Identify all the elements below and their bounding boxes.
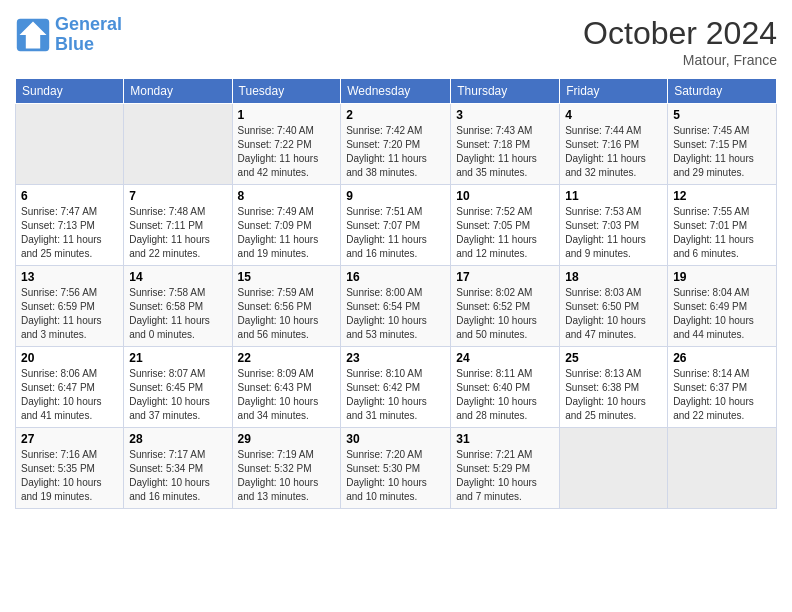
title-block: October 2024 Matour, France bbox=[583, 15, 777, 68]
logo-icon bbox=[15, 17, 51, 53]
header-day: Sunday bbox=[16, 79, 124, 104]
day-info: Sunrise: 7:42 AMSunset: 7:20 PMDaylight:… bbox=[346, 124, 445, 180]
header-day: Friday bbox=[560, 79, 668, 104]
day-number: 14 bbox=[129, 270, 226, 284]
calendar-cell: 10Sunrise: 7:52 AMSunset: 7:05 PMDayligh… bbox=[451, 185, 560, 266]
day-number: 11 bbox=[565, 189, 662, 203]
day-info: Sunrise: 7:58 AMSunset: 6:58 PMDaylight:… bbox=[129, 286, 226, 342]
day-number: 24 bbox=[456, 351, 554, 365]
day-number: 4 bbox=[565, 108, 662, 122]
calendar-week-row: 1Sunrise: 7:40 AMSunset: 7:22 PMDaylight… bbox=[16, 104, 777, 185]
day-info: Sunrise: 7:45 AMSunset: 7:15 PMDaylight:… bbox=[673, 124, 771, 180]
calendar-cell: 29Sunrise: 7:19 AMSunset: 5:32 PMDayligh… bbox=[232, 428, 341, 509]
calendar-cell: 12Sunrise: 7:55 AMSunset: 7:01 PMDayligh… bbox=[668, 185, 777, 266]
logo: General Blue bbox=[15, 15, 122, 55]
day-info: Sunrise: 7:59 AMSunset: 6:56 PMDaylight:… bbox=[238, 286, 336, 342]
day-number: 29 bbox=[238, 432, 336, 446]
calendar-cell: 14Sunrise: 7:58 AMSunset: 6:58 PMDayligh… bbox=[124, 266, 232, 347]
day-number: 27 bbox=[21, 432, 118, 446]
calendar-cell bbox=[16, 104, 124, 185]
calendar-body: 1Sunrise: 7:40 AMSunset: 7:22 PMDaylight… bbox=[16, 104, 777, 509]
day-info: Sunrise: 8:14 AMSunset: 6:37 PMDaylight:… bbox=[673, 367, 771, 423]
calendar-cell: 7Sunrise: 7:48 AMSunset: 7:11 PMDaylight… bbox=[124, 185, 232, 266]
calendar-cell: 21Sunrise: 8:07 AMSunset: 6:45 PMDayligh… bbox=[124, 347, 232, 428]
calendar-cell: 4Sunrise: 7:44 AMSunset: 7:16 PMDaylight… bbox=[560, 104, 668, 185]
calendar-cell: 8Sunrise: 7:49 AMSunset: 7:09 PMDaylight… bbox=[232, 185, 341, 266]
calendar-cell: 9Sunrise: 7:51 AMSunset: 7:07 PMDaylight… bbox=[341, 185, 451, 266]
day-number: 12 bbox=[673, 189, 771, 203]
day-info: Sunrise: 8:11 AMSunset: 6:40 PMDaylight:… bbox=[456, 367, 554, 423]
day-number: 18 bbox=[565, 270, 662, 284]
day-number: 7 bbox=[129, 189, 226, 203]
day-number: 13 bbox=[21, 270, 118, 284]
calendar-cell: 18Sunrise: 8:03 AMSunset: 6:50 PMDayligh… bbox=[560, 266, 668, 347]
day-info: Sunrise: 7:20 AMSunset: 5:30 PMDaylight:… bbox=[346, 448, 445, 504]
day-info: Sunrise: 8:03 AMSunset: 6:50 PMDaylight:… bbox=[565, 286, 662, 342]
calendar-table: SundayMondayTuesdayWednesdayThursdayFrid… bbox=[15, 78, 777, 509]
calendar-cell: 16Sunrise: 8:00 AMSunset: 6:54 PMDayligh… bbox=[341, 266, 451, 347]
day-number: 28 bbox=[129, 432, 226, 446]
header-day: Tuesday bbox=[232, 79, 341, 104]
calendar-cell: 3Sunrise: 7:43 AMSunset: 7:18 PMDaylight… bbox=[451, 104, 560, 185]
day-number: 26 bbox=[673, 351, 771, 365]
calendar-cell bbox=[668, 428, 777, 509]
day-number: 30 bbox=[346, 432, 445, 446]
day-number: 2 bbox=[346, 108, 445, 122]
calendar-cell: 25Sunrise: 8:13 AMSunset: 6:38 PMDayligh… bbox=[560, 347, 668, 428]
calendar-cell bbox=[560, 428, 668, 509]
day-number: 6 bbox=[21, 189, 118, 203]
calendar-cell bbox=[124, 104, 232, 185]
day-number: 8 bbox=[238, 189, 336, 203]
day-info: Sunrise: 7:21 AMSunset: 5:29 PMDaylight:… bbox=[456, 448, 554, 504]
day-info: Sunrise: 8:13 AMSunset: 6:38 PMDaylight:… bbox=[565, 367, 662, 423]
calendar-cell: 26Sunrise: 8:14 AMSunset: 6:37 PMDayligh… bbox=[668, 347, 777, 428]
calendar-cell: 1Sunrise: 7:40 AMSunset: 7:22 PMDaylight… bbox=[232, 104, 341, 185]
calendar-cell: 27Sunrise: 7:16 AMSunset: 5:35 PMDayligh… bbox=[16, 428, 124, 509]
day-info: Sunrise: 7:16 AMSunset: 5:35 PMDaylight:… bbox=[21, 448, 118, 504]
logo-text: General Blue bbox=[55, 15, 122, 55]
day-number: 20 bbox=[21, 351, 118, 365]
day-number: 5 bbox=[673, 108, 771, 122]
day-number: 31 bbox=[456, 432, 554, 446]
day-info: Sunrise: 7:55 AMSunset: 7:01 PMDaylight:… bbox=[673, 205, 771, 261]
header-day: Monday bbox=[124, 79, 232, 104]
calendar-cell: 20Sunrise: 8:06 AMSunset: 6:47 PMDayligh… bbox=[16, 347, 124, 428]
header-row: SundayMondayTuesdayWednesdayThursdayFrid… bbox=[16, 79, 777, 104]
calendar-cell: 28Sunrise: 7:17 AMSunset: 5:34 PMDayligh… bbox=[124, 428, 232, 509]
calendar-cell: 15Sunrise: 7:59 AMSunset: 6:56 PMDayligh… bbox=[232, 266, 341, 347]
calendar-cell: 23Sunrise: 8:10 AMSunset: 6:42 PMDayligh… bbox=[341, 347, 451, 428]
day-info: Sunrise: 7:40 AMSunset: 7:22 PMDaylight:… bbox=[238, 124, 336, 180]
day-info: Sunrise: 7:44 AMSunset: 7:16 PMDaylight:… bbox=[565, 124, 662, 180]
calendar-week-row: 13Sunrise: 7:56 AMSunset: 6:59 PMDayligh… bbox=[16, 266, 777, 347]
day-info: Sunrise: 7:56 AMSunset: 6:59 PMDaylight:… bbox=[21, 286, 118, 342]
day-info: Sunrise: 8:07 AMSunset: 6:45 PMDaylight:… bbox=[129, 367, 226, 423]
calendar-cell: 22Sunrise: 8:09 AMSunset: 6:43 PMDayligh… bbox=[232, 347, 341, 428]
day-number: 16 bbox=[346, 270, 445, 284]
day-info: Sunrise: 8:00 AMSunset: 6:54 PMDaylight:… bbox=[346, 286, 445, 342]
day-info: Sunrise: 7:49 AMSunset: 7:09 PMDaylight:… bbox=[238, 205, 336, 261]
day-number: 23 bbox=[346, 351, 445, 365]
day-info: Sunrise: 8:02 AMSunset: 6:52 PMDaylight:… bbox=[456, 286, 554, 342]
day-number: 21 bbox=[129, 351, 226, 365]
day-info: Sunrise: 7:17 AMSunset: 5:34 PMDaylight:… bbox=[129, 448, 226, 504]
day-info: Sunrise: 7:47 AMSunset: 7:13 PMDaylight:… bbox=[21, 205, 118, 261]
month-title: October 2024 bbox=[583, 15, 777, 52]
day-number: 10 bbox=[456, 189, 554, 203]
calendar-cell: 13Sunrise: 7:56 AMSunset: 6:59 PMDayligh… bbox=[16, 266, 124, 347]
day-info: Sunrise: 8:04 AMSunset: 6:49 PMDaylight:… bbox=[673, 286, 771, 342]
calendar-week-row: 6Sunrise: 7:47 AMSunset: 7:13 PMDaylight… bbox=[16, 185, 777, 266]
header-day: Wednesday bbox=[341, 79, 451, 104]
calendar-week-row: 20Sunrise: 8:06 AMSunset: 6:47 PMDayligh… bbox=[16, 347, 777, 428]
day-number: 22 bbox=[238, 351, 336, 365]
day-info: Sunrise: 7:51 AMSunset: 7:07 PMDaylight:… bbox=[346, 205, 445, 261]
calendar-header: SundayMondayTuesdayWednesdayThursdayFrid… bbox=[16, 79, 777, 104]
day-info: Sunrise: 8:10 AMSunset: 6:42 PMDaylight:… bbox=[346, 367, 445, 423]
calendar-cell: 11Sunrise: 7:53 AMSunset: 7:03 PMDayligh… bbox=[560, 185, 668, 266]
day-number: 9 bbox=[346, 189, 445, 203]
calendar-cell: 31Sunrise: 7:21 AMSunset: 5:29 PMDayligh… bbox=[451, 428, 560, 509]
location-subtitle: Matour, France bbox=[583, 52, 777, 68]
day-number: 1 bbox=[238, 108, 336, 122]
calendar-cell: 17Sunrise: 8:02 AMSunset: 6:52 PMDayligh… bbox=[451, 266, 560, 347]
calendar-week-row: 27Sunrise: 7:16 AMSunset: 5:35 PMDayligh… bbox=[16, 428, 777, 509]
day-info: Sunrise: 7:53 AMSunset: 7:03 PMDaylight:… bbox=[565, 205, 662, 261]
